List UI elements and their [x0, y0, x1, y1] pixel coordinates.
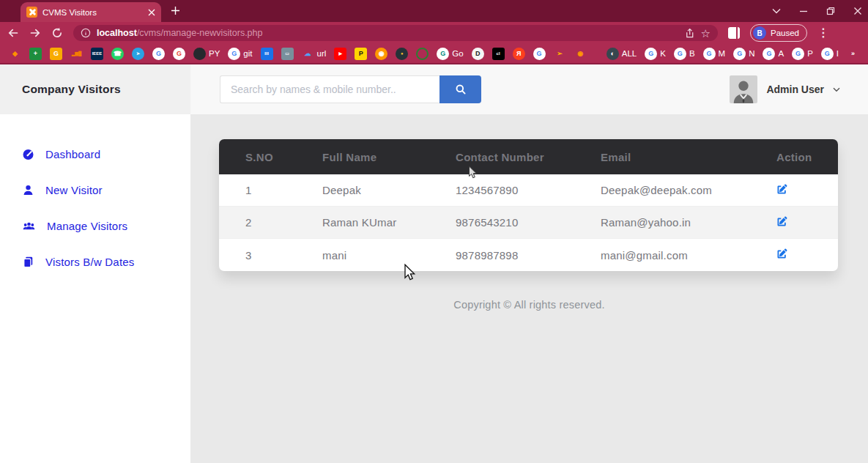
bookmark-cloud[interactable]: ☁ url	[302, 48, 327, 60]
edit-icon[interactable]	[776, 184, 787, 195]
bookmark-whatsapp[interactable]: ☎	[111, 48, 124, 60]
col-contact: Contact Number	[456, 151, 601, 163]
col-full-name: Full Name	[322, 151, 456, 163]
bookmarks-bar: ◆ + G ▂▆█ IEEE ☎ ➤	[0, 44, 868, 63]
sidebar-item-new-visitor[interactable]: New Visitor	[0, 172, 190, 208]
cell-email: mani@gmail.com	[601, 249, 776, 262]
bookmark-orange-badge[interactable]: G	[50, 48, 62, 60]
dashboard-icon	[22, 148, 34, 160]
forward-icon[interactable]	[29, 27, 41, 39]
bookmark-yandex[interactable]: Я	[513, 48, 525, 60]
bookmark-ieee[interactable]: IEEE	[91, 48, 103, 60]
profile-initial: B	[753, 26, 766, 40]
chevron-down-icon	[833, 87, 840, 92]
url-text: localhost/cvms/manage-newvisitors.php	[97, 28, 678, 38]
bookmark-cl[interactable]: cl	[492, 48, 505, 60]
url-path: /cvms/manage-newvisitors.php	[137, 28, 263, 38]
col-action: Action	[776, 151, 838, 163]
search-group	[220, 75, 481, 103]
reload-icon[interactable]	[51, 27, 63, 39]
bookmark-youtube[interactable]: ▶	[334, 48, 346, 60]
cell-email: Raman@yahoo.in	[601, 216, 776, 229]
bookmark-google[interactable]: G	[152, 48, 165, 60]
side-panel-icon[interactable]	[728, 27, 740, 39]
browser-titlebar: CVMS Visitors	[0, 0, 868, 22]
sidebar-header: Company Visitors	[0, 64, 190, 114]
tab-search-chevron-icon[interactable]	[772, 8, 781, 14]
window-minimize-icon[interactable]	[799, 7, 808, 15]
bookmark-tv[interactable]: ▭	[281, 48, 294, 60]
web-page: Company Visitors Dashboard New Visitor	[0, 64, 868, 463]
sidebar-nav: Dashboard New Visitor Manage Visitors	[0, 114, 190, 280]
bookmark-duck[interactable]: D	[472, 48, 484, 60]
bookmark-barcode[interactable]: ‖‖	[261, 48, 273, 60]
sidebar-item-manage-visitors[interactable]: Manage Visitors	[0, 208, 190, 244]
bookmark-cart[interactable]: ●	[396, 48, 408, 60]
search-button[interactable]	[439, 75, 481, 103]
bookmark-google-m[interactable]: G M	[703, 48, 726, 60]
bookmark-google-k[interactable]: G K	[645, 48, 666, 60]
page-info-icon[interactable]	[81, 28, 91, 38]
xampp-favicon-icon	[26, 7, 37, 18]
bookmark-star-icon[interactable]: ☆	[701, 28, 711, 39]
cell-email: Deepak@deepak.com	[601, 184, 776, 196]
bookmark-p-badge[interactable]: P	[355, 48, 367, 60]
avatar	[730, 75, 757, 103]
new-tab-button[interactable]	[171, 6, 180, 15]
cell-contact: 1234567890	[456, 184, 601, 196]
users-icon	[22, 220, 36, 232]
sidebar: Company Visitors Dashboard New Visitor	[0, 64, 190, 463]
bookmark-google-p[interactable]: G P	[792, 48, 813, 60]
table-row: 3 mani 9878987898 mani@gmail.com	[219, 239, 838, 271]
bookmark-google-git[interactable]: G git	[228, 48, 252, 60]
bookmark-google-i[interactable]: G I	[821, 48, 839, 60]
profile-status: Paused	[771, 29, 799, 37]
cell-name: Deepak	[322, 184, 456, 196]
bookmark-plane[interactable]: ➢	[554, 48, 566, 60]
share-icon[interactable]	[684, 28, 695, 39]
sidebar-item-dashboard[interactable]: Dashboard	[0, 136, 190, 172]
menu-kebab-icon[interactable]: ⋮	[817, 27, 829, 39]
window-restore-icon[interactable]	[826, 7, 835, 15]
url-host: localhost	[97, 28, 137, 38]
profile-badge[interactable]: B Paused	[750, 24, 807, 42]
cell-contact: 9878987898	[456, 249, 601, 262]
bookmark-google[interactable]: G	[173, 48, 185, 60]
bookmark-go[interactable]: G Go	[437, 48, 463, 60]
bookmark-globe-all[interactable]: ◐ ALL	[607, 48, 637, 60]
bookmark-camera[interactable]: ◉	[375, 48, 387, 60]
tab-close-icon[interactable]	[148, 9, 155, 16]
user-menu[interactable]: Admin User	[730, 75, 840, 103]
bookmark-google-b[interactable]: G B	[674, 48, 695, 60]
window-close-icon[interactable]	[853, 7, 862, 15]
user-name: Admin User	[766, 84, 824, 95]
cell-contact: 9876543210	[456, 216, 601, 229]
table-row: 2 Raman KUmar 9876543210 Raman@yahoo.in	[219, 207, 838, 239]
copy-icon	[22, 256, 34, 268]
bookmark-github[interactable]: PY	[193, 48, 220, 60]
table-body: 1 Deepak 1234567890 Deepak@deepak.com	[219, 174, 838, 271]
table-header-row: S.NO Full Name Contact Number Email Acti…	[219, 139, 838, 174]
edit-icon[interactable]	[776, 216, 787, 227]
bookmark-green-ring[interactable]	[416, 48, 429, 60]
content-area: S.NO Full Name Contact Number Email Acti…	[190, 114, 868, 463]
back-icon[interactable]	[7, 27, 19, 39]
sidebar-item-visitors-dates[interactable]: Vistors B/w Dates	[0, 244, 190, 280]
browser-toolbar: localhost/cvms/manage-newvisitors.php ☆ …	[0, 22, 868, 44]
bookmark-flame[interactable]: ◆	[9, 48, 21, 60]
bookmark-google-n[interactable]: G N	[733, 48, 754, 60]
cell-name: mani	[322, 249, 456, 262]
bookmark-overflow[interactable]: »	[847, 48, 859, 60]
bookmark-sheets[interactable]: +	[29, 48, 42, 60]
tab-title: CVMS Visitors	[42, 8, 143, 17]
bookmark-google-a[interactable]: G A	[763, 48, 784, 60]
bookmark-eye[interactable]: ◉	[574, 48, 587, 60]
browser-tab[interactable]: CVMS Visitors	[21, 2, 161, 22]
bookmark-analytics[interactable]: ▂▆█	[70, 48, 83, 60]
visitors-table: S.NO Full Name Contact Number Email Acti…	[219, 139, 838, 271]
bookmark-telegram[interactable]: ➤	[132, 48, 144, 60]
search-input[interactable]	[220, 75, 439, 103]
address-bar[interactable]: localhost/cvms/manage-newvisitors.php ☆	[73, 25, 718, 41]
edit-icon[interactable]	[776, 248, 787, 259]
bookmark-google[interactable]: G	[533, 48, 546, 60]
